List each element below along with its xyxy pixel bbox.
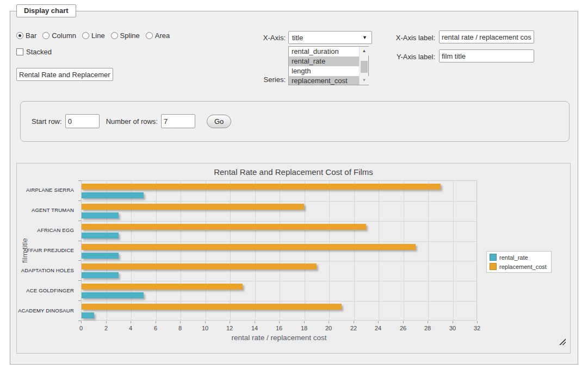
radio-bar-control[interactable] xyxy=(16,32,23,39)
x-axis-tick xyxy=(329,321,329,323)
radio-line-label: Line xyxy=(91,32,105,40)
x-axis-tick-label: 2 xyxy=(98,325,114,331)
x-axis-tick xyxy=(255,321,255,323)
x-axis-tick xyxy=(279,321,280,323)
y-axis-tick xyxy=(78,260,81,261)
x-axis-tick-label: 18 xyxy=(296,325,312,331)
category-label: ACADEMY DINOSAUR xyxy=(18,308,78,314)
series-option-length[interactable]: length xyxy=(289,66,359,76)
category-label: AGENT TRUMAN xyxy=(18,207,78,214)
series-select-label: Series: xyxy=(228,76,286,84)
series-multiselect[interactable]: rental_duration rental_rate length repla… xyxy=(288,46,369,85)
category-label: AFFAIR PREJUDICE xyxy=(18,247,78,254)
x-axis-tick-label: 28 xyxy=(419,325,436,331)
x-axis-select-label: X-Axis: xyxy=(228,34,286,42)
stacked-checkbox-row: Stacked xyxy=(16,48,52,56)
series-option-rental-rate[interactable]: rental_rate xyxy=(289,57,359,66)
x-axis-tick-label: 6 xyxy=(147,325,164,331)
start-row-label: Start row: xyxy=(32,117,62,126)
x-axis-tick xyxy=(180,321,181,323)
fieldset-legend: Display chart xyxy=(16,4,76,17)
radio-column-label: Column xyxy=(52,32,76,40)
y-axis-label-input[interactable] xyxy=(439,49,534,62)
x-axis-tick-label: 8 xyxy=(172,325,188,331)
chart-legend: rental_ratereplacement_cost xyxy=(486,251,552,273)
start-row-input[interactable] xyxy=(65,114,100,128)
y-axis-tick xyxy=(78,300,81,301)
legend-swatch-rental_rate xyxy=(490,254,497,261)
x-axis-tick-label: 10 xyxy=(197,325,213,331)
chevron-down-icon: ▼ xyxy=(362,35,367,40)
x-axis-label-caption: X-Axis label: xyxy=(379,34,435,42)
radio-area-control[interactable] xyxy=(146,32,153,39)
radio-bar[interactable]: Bar xyxy=(16,32,36,40)
series-scrollbar[interactable]: ▲ ▼ xyxy=(359,47,368,85)
y-axis-label-caption: Y-Axis label: xyxy=(379,53,435,61)
stacked-label: Stacked xyxy=(26,48,52,56)
y-axis-tick xyxy=(78,221,81,221)
scrollbar-thumb[interactable] xyxy=(361,61,368,73)
legend-item-replacement_cost: replacement_cost xyxy=(490,263,547,270)
x-axis-tick xyxy=(403,321,404,323)
x-axis-tick xyxy=(106,321,107,323)
x-axis-select[interactable]: title ▼ xyxy=(288,31,372,44)
series-option-replacement-cost[interactable]: replacement_cost xyxy=(289,76,359,85)
legend-item-rental_rate: rental_rate xyxy=(490,254,547,261)
x-axis-tick-label: 30 xyxy=(444,325,461,331)
x-axis-tick xyxy=(453,321,453,323)
chart-title-input[interactable] xyxy=(16,68,113,81)
x-axis-tick-label: 0 xyxy=(73,325,89,331)
x-axis-tick xyxy=(304,321,305,323)
category-label: AIRPLANE SIERRA xyxy=(18,187,78,193)
legend-swatch-replacement_cost xyxy=(490,263,497,270)
x-axis-tick xyxy=(378,321,379,323)
radio-line[interactable]: Line xyxy=(82,32,105,40)
scrollbar-up-icon[interactable]: ▲ xyxy=(360,47,369,55)
x-axis-tick xyxy=(354,321,354,323)
radio-area-label: Area xyxy=(155,32,170,40)
category-label: ACE GOLDFINGER xyxy=(18,287,78,294)
x-axis-tick-label: 22 xyxy=(345,325,362,331)
radio-bar-label: Bar xyxy=(26,32,36,40)
x-axis-tick-label: 26 xyxy=(395,325,411,331)
x-axis-tick xyxy=(230,321,230,323)
category-label: AFRICAN EGG xyxy=(18,227,78,234)
x-axis-selected-value: title xyxy=(292,34,303,42)
y-axis-tick xyxy=(78,241,81,241)
x-axis-tick-label: 24 xyxy=(370,325,386,331)
y-axis-tick xyxy=(78,180,81,181)
row-controls-panel: Start row: Number of rows: Go xyxy=(20,101,570,142)
chart-x-axis-title: rental rate / replacement cost xyxy=(81,334,477,342)
chart-type-radio-group: Bar Column Line Spline Area xyxy=(16,32,170,40)
num-rows-label: Number of rows: xyxy=(106,117,158,126)
radio-spline[interactable]: Spline xyxy=(111,32,140,40)
x-axis-tick-label: 20 xyxy=(320,325,337,331)
chart-panel: Rental Rate and Replacement Cost of Film… xyxy=(16,163,571,354)
x-axis-tick xyxy=(205,321,206,323)
x-axis-tick-label: 12 xyxy=(221,325,238,331)
radio-area[interactable]: Area xyxy=(146,32,170,40)
radio-spline-control[interactable] xyxy=(111,32,118,39)
legend-label: rental_rate xyxy=(499,254,528,261)
y-axis-tick xyxy=(78,280,81,281)
series-option-rental-duration[interactable]: rental_duration xyxy=(289,47,359,57)
x-axis-label-input[interactable] xyxy=(439,30,534,43)
go-button[interactable]: Go xyxy=(207,115,231,128)
x-axis-tick-label: 32 xyxy=(469,325,485,331)
x-axis-tick xyxy=(131,321,131,323)
radio-column-control[interactable] xyxy=(42,32,49,39)
series-options: rental_duration rental_rate length repla… xyxy=(289,47,359,85)
y-axis-tick xyxy=(78,200,81,201)
radio-line-control[interactable] xyxy=(82,32,89,39)
x-axis-tick xyxy=(477,321,478,323)
legend-label: replacement_cost xyxy=(499,264,547,270)
scrollbar-down-icon[interactable]: ▼ xyxy=(360,76,369,85)
x-axis-tick-label: 16 xyxy=(271,325,287,331)
radio-spline-label: Spline xyxy=(120,32,140,40)
radio-column[interactable]: Column xyxy=(42,32,76,40)
x-axis-tick-label: 4 xyxy=(122,325,139,331)
num-rows-input[interactable] xyxy=(161,114,195,128)
stacked-checkbox[interactable] xyxy=(16,48,23,55)
row-controls: Start row: Number of rows: Go xyxy=(32,114,231,128)
x-axis-tick xyxy=(156,321,156,323)
